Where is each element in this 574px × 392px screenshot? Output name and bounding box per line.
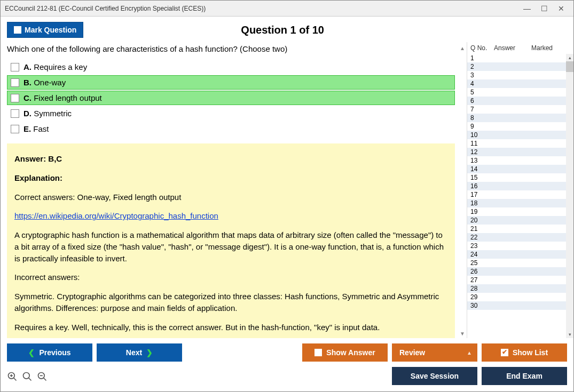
col-marked: Marked <box>531 44 570 52</box>
option-E[interactable]: E. Fast <box>7 122 455 136</box>
sidebar-row[interactable]: 19 <box>467 207 573 216</box>
sidebar-row[interactable]: 10 <box>467 131 573 139</box>
sidebar-qno: 23 <box>470 242 494 250</box>
sidebar-row[interactable]: 30 <box>467 301 573 310</box>
previous-button[interactable]: ❮ Previous <box>7 343 92 362</box>
sidebar-row[interactable]: 25 <box>467 259 573 267</box>
sidebar-row[interactable]: 21 <box>467 225 573 233</box>
sidebar-qno: 10 <box>470 131 494 139</box>
sidebar-qno: 22 <box>470 234 494 241</box>
option-text: E. Fast <box>23 124 49 133</box>
show-list-button[interactable]: Show List <box>482 343 567 362</box>
mark-question-button[interactable]: Mark Question <box>7 22 83 38</box>
sidebar-row[interactable]: 9 <box>467 122 573 131</box>
sidebar-row[interactable]: 3 <box>467 71 573 79</box>
option-B[interactable]: B. One-way <box>7 75 455 90</box>
option-D[interactable]: D. Symmetric <box>7 106 455 121</box>
answer-label: Answer: B,C <box>14 154 62 163</box>
close-icon[interactable]: ✕ <box>557 5 565 12</box>
sidebar-row[interactable]: 11 <box>467 139 573 148</box>
sidebar-qno: 19 <box>470 208 494 215</box>
header-row: Mark Question Question 1 of 10 <box>1 17 573 42</box>
sidebar-row[interactable]: 22 <box>467 233 573 242</box>
sidebar-row[interactable]: 8 <box>467 114 573 122</box>
sidebar-qno: 5 <box>470 89 494 96</box>
option-checkbox-icon[interactable] <box>11 94 19 102</box>
sidebar-qno: 18 <box>470 199 494 207</box>
sidebar-row[interactable]: 7 <box>467 105 573 114</box>
question-pane: Which one of the following are character… <box>1 42 458 338</box>
review-label: Review <box>399 348 425 357</box>
show-list-checkbox-icon <box>501 349 508 356</box>
window-title: ECCouncil 212-81 (EC-Council Certified E… <box>5 5 523 12</box>
option-C[interactable]: C. Fixed length output <box>7 91 455 105</box>
sidebar-row[interactable]: 20 <box>467 216 573 225</box>
sidebar-row[interactable]: 2 <box>467 62 573 71</box>
save-session-button[interactable]: Save Session <box>392 367 477 385</box>
sidebar-qno: 9 <box>470 123 494 130</box>
sidebar-qno: 13 <box>470 157 494 164</box>
explanation-incorrect-heading: Incorrect answers: <box>14 271 447 283</box>
sidebar-list: 1234567891011121314151617181920212223242… <box>467 54 573 338</box>
sidebar-scroll-up-icon[interactable]: ▴ <box>566 54 573 61</box>
sidebar-row[interactable]: 26 <box>467 267 573 276</box>
next-label: Next <box>126 348 142 357</box>
footer: ❮ Previous Next ❯ Show Answer Review ▲ S… <box>1 338 573 391</box>
scroll-down-icon[interactable]: ▼ <box>460 331 465 338</box>
explanation-link[interactable]: https://en.wikipedia.org/wiki/Cryptograp… <box>14 211 218 220</box>
sidebar-qno: 15 <box>470 174 494 181</box>
sidebar-qno: 29 <box>470 293 494 301</box>
sidebar-row[interactable]: 16 <box>467 182 573 190</box>
sidebar-qno: 3 <box>470 71 494 79</box>
sidebar-row[interactable]: 15 <box>467 173 573 182</box>
dropdown-arrow-icon: ▲ <box>467 350 472 356</box>
sidebar-qno: 25 <box>470 259 494 267</box>
sidebar-row[interactable]: 6 <box>467 97 573 105</box>
sidebar-row[interactable]: 23 <box>467 242 573 250</box>
next-button[interactable]: Next ❯ <box>97 343 182 362</box>
maximize-icon[interactable]: ☐ <box>540 5 548 12</box>
option-checkbox-icon[interactable] <box>11 78 19 87</box>
zoom-in-icon[interactable] <box>22 371 33 382</box>
sidebar-row[interactable]: 24 <box>467 250 573 259</box>
sidebar-qno: 8 <box>470 114 494 122</box>
scroll-up-icon[interactable]: ▲ <box>460 45 465 53</box>
sidebar-row[interactable]: 28 <box>467 284 573 293</box>
sidebar-qno: 27 <box>470 276 494 284</box>
zoom-reset-icon[interactable] <box>7 371 18 382</box>
zoom-out-icon[interactable] <box>37 371 48 382</box>
sidebar-row[interactable]: 5 <box>467 88 573 97</box>
sidebar-row[interactable]: 13 <box>467 156 573 165</box>
minimize-icon[interactable]: — <box>523 5 531 12</box>
option-text: A. Requires a key <box>23 62 87 71</box>
sidebar-row[interactable]: 18 <box>467 199 573 207</box>
sidebar-scroll-down-icon[interactable]: ▾ <box>566 331 573 338</box>
sidebar-row[interactable]: 29 <box>467 293 573 301</box>
sidebar-scrollbar[interactable]: ▴ ▾ <box>566 54 573 338</box>
question-text: Which one of the following are character… <box>7 42 458 60</box>
col-qno: Q No. <box>470 44 494 52</box>
sidebar-row[interactable]: 12 <box>467 148 573 156</box>
explanation-para2: Symmetric. Cryptographic algorithms can … <box>14 291 447 314</box>
show-answer-button[interactable]: Show Answer <box>302 343 388 362</box>
sidebar-scroll-thumb[interactable] <box>566 61 573 72</box>
option-A[interactable]: A. Requires a key <box>7 60 455 74</box>
col-answer: Answer <box>494 44 531 52</box>
explanation-correct: Correct answers: One-way, Fixed length o… <box>14 191 447 203</box>
svg-point-4 <box>23 373 30 379</box>
footer-row-2: Save Session End Exam <box>7 367 567 385</box>
end-exam-button[interactable]: End Exam <box>482 367 567 385</box>
sidebar-row[interactable]: 17 <box>467 190 573 199</box>
option-checkbox-icon[interactable] <box>11 63 19 71</box>
save-session-label: Save Session <box>411 372 459 380</box>
sidebar-row[interactable]: 27 <box>467 276 573 284</box>
review-button[interactable]: Review ▲ <box>392 343 477 362</box>
sidebar-qno: 14 <box>470 165 494 173</box>
question-scrollbar[interactable]: ▲ ▼ <box>458 42 467 338</box>
sidebar-row[interactable]: 1 <box>467 54 573 62</box>
option-text: B. One-way <box>23 78 66 87</box>
sidebar-row[interactable]: 4 <box>467 79 573 88</box>
sidebar-row[interactable]: 14 <box>467 165 573 173</box>
option-checkbox-icon[interactable] <box>11 109 19 118</box>
option-checkbox-icon[interactable] <box>11 125 19 133</box>
